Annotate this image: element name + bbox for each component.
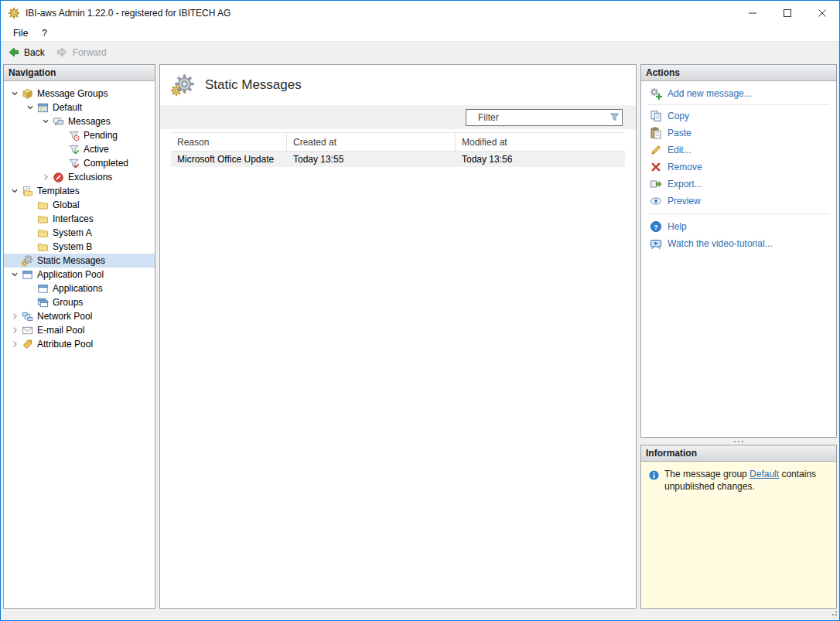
nav-item-label: Groups: [53, 297, 83, 308]
close-button[interactable]: [804, 1, 839, 25]
back-arrow-icon: [7, 46, 20, 59]
action-paste[interactable]: Paste: [641, 125, 836, 142]
nav-item-system-b[interactable]: System B: [4, 240, 155, 254]
column-header-created-at[interactable]: Created at: [287, 133, 456, 151]
resize-grip-icon[interactable]: [830, 608, 838, 619]
action-copy[interactable]: Copy: [641, 107, 836, 125]
edit-icon: [650, 144, 662, 156]
nav-item-global[interactable]: Global: [4, 198, 155, 212]
nav-item-static-messages[interactable]: Static Messages: [4, 254, 155, 268]
page-header: Static Messages: [160, 65, 636, 105]
nav-item-interfaces[interactable]: Interfaces: [4, 212, 155, 226]
table-header-row: Reason Created at Modified at: [171, 132, 625, 152]
status-bar: [1, 609, 839, 620]
separator: [647, 213, 830, 214]
nav-item-label: Static Messages: [37, 255, 105, 266]
nav-item-network-pool[interactable]: Network Pool: [4, 309, 155, 323]
nav-item-label: Pending: [84, 130, 118, 141]
nav-item-message-groups[interactable]: Message Groups: [4, 87, 155, 101]
chevron-right-icon[interactable]: [9, 310, 21, 322]
windows-group-icon: [36, 296, 49, 309]
menu-bar: File ?: [1, 25, 839, 42]
toolbar: Back Forward: [1, 42, 839, 63]
actions-panel: Actions Add new message... Copy Paste: [640, 64, 837, 438]
nav-item-applications[interactable]: Applications: [4, 281, 155, 295]
splitter-handle[interactable]: [640, 438, 837, 445]
maximize-button[interactable]: [770, 1, 804, 25]
add-message-icon: [650, 87, 662, 100]
nav-item-label: Templates: [37, 186, 80, 196]
actions-list: Add new message... Copy Paste Edit...: [641, 81, 836, 252]
templates-icon: [21, 185, 33, 197]
filter-input[interactable]: [466, 112, 606, 123]
chevron-down-icon[interactable]: [9, 268, 21, 281]
remove-icon: [650, 161, 662, 173]
nav-item-default[interactable]: Default: [4, 101, 155, 114]
navigation-panel: Navigation Message Groups Default Messag…: [3, 64, 155, 609]
information-panel: Information The message group Default co…: [640, 445, 837, 609]
nav-item-email-pool[interactable]: E-mail Pool: [4, 323, 155, 337]
messages-icon: [52, 115, 64, 128]
action-help[interactable]: Help: [641, 218, 836, 235]
menu-help[interactable]: ?: [35, 26, 54, 40]
filter-box: [466, 109, 623, 126]
action-add-new-message[interactable]: Add new message...: [641, 85, 836, 102]
chevron-down-icon[interactable]: [39, 115, 52, 128]
funnel-active-icon: [67, 143, 80, 155]
nav-item-attribute-pool[interactable]: Attribute Pool: [4, 337, 155, 351]
back-button[interactable]: Back: [7, 46, 45, 59]
chevron-down-icon[interactable]: [9, 185, 21, 197]
chevron-spacer: [9, 254, 21, 267]
nav-item-label: Exclusions: [68, 172, 112, 183]
action-label: Help: [668, 221, 687, 232]
nav-item-pending[interactable]: Pending: [4, 128, 155, 142]
back-label: Back: [24, 47, 45, 58]
column-header-modified-at[interactable]: Modified at: [456, 133, 625, 151]
nav-item-label: Global: [53, 200, 80, 210]
default-group-link[interactable]: Default: [750, 469, 779, 479]
main-content: Navigation Message Groups Default Messag…: [1, 63, 839, 609]
action-remove[interactable]: Remove: [641, 159, 836, 176]
right-column: Actions Add new message... Copy Paste: [640, 64, 837, 609]
nav-item-label: Completed: [84, 158, 128, 169]
forward-button[interactable]: Forward: [56, 46, 107, 59]
chevron-spacer: [24, 282, 36, 295]
export-icon: [650, 178, 662, 190]
nav-item-completed[interactable]: Completed: [4, 156, 155, 170]
package-icon: [21, 87, 33, 100]
information-header: Information: [641, 445, 836, 462]
nav-item-label: E-mail Pool: [37, 325, 84, 336]
nav-item-label: Application Pool: [37, 269, 104, 280]
chevron-down-icon[interactable]: [9, 87, 21, 100]
filter-icon[interactable]: [606, 111, 622, 123]
forward-arrow-icon: [56, 46, 69, 59]
chevron-down-icon[interactable]: [24, 101, 36, 114]
navigation-tree: Message Groups Default Messages Pending: [4, 81, 155, 608]
info-text-before: The message group: [664, 469, 750, 479]
caption-buttons: [735, 1, 839, 25]
minimize-button[interactable]: [735, 1, 770, 25]
nav-item-application-pool[interactable]: Application Pool: [4, 268, 155, 281]
action-export[interactable]: Export...: [641, 176, 836, 193]
nav-item-groups[interactable]: Groups: [4, 295, 155, 309]
folder-icon: [36, 227, 49, 239]
chevron-right-icon[interactable]: [9, 324, 21, 336]
chevron-right-icon[interactable]: [9, 338, 21, 350]
action-edit[interactable]: Edit...: [641, 142, 836, 159]
cell-modified-at: Today 13:56: [456, 154, 625, 165]
action-watch-video[interactable]: Watch the video-tutorial...: [641, 235, 836, 252]
menu-file[interactable]: File: [6, 26, 35, 40]
titlebar: IBI-aws Admin 1.22.0 - registered for IB…: [1, 1, 839, 25]
table-row[interactable]: Microsoft Office Update Today 13:55 Toda…: [171, 152, 625, 167]
cell-reason: Microsoft Office Update: [171, 154, 287, 165]
nav-item-templates[interactable]: Templates: [4, 184, 155, 198]
nav-item-exclusions[interactable]: Exclusions: [4, 170, 155, 184]
column-header-reason[interactable]: Reason: [171, 133, 287, 151]
chevron-spacer: [24, 213, 36, 225]
nav-item-active[interactable]: Active: [4, 142, 155, 156]
action-preview[interactable]: Preview: [641, 193, 836, 210]
copy-icon: [650, 110, 662, 122]
nav-item-messages[interactable]: Messages: [4, 114, 155, 128]
chevron-right-icon[interactable]: [39, 171, 52, 183]
nav-item-system-a[interactable]: System A: [4, 226, 155, 240]
